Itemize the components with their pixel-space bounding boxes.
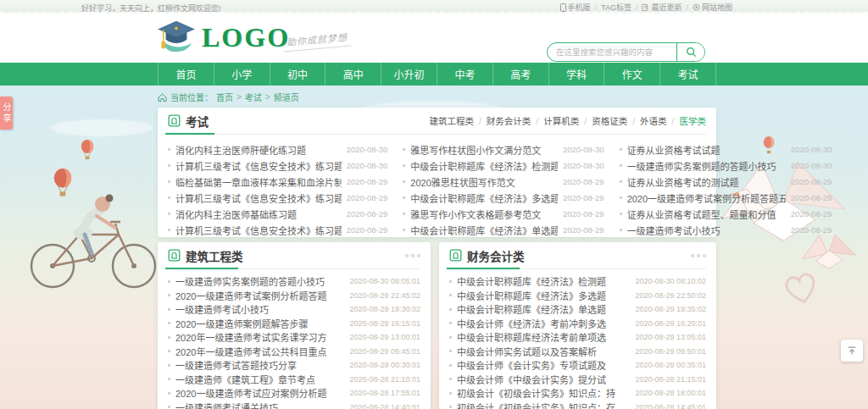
article-link[interactable]: 2020一级建造师案例题解答步骤 bbox=[175, 317, 344, 330]
bullet-dot bbox=[403, 229, 405, 231]
site-logo[interactable]: LOGO bbox=[156, 19, 290, 54]
article-date: 2020-08-29 bbox=[791, 193, 832, 202]
graduation-cap-icon bbox=[156, 19, 197, 54]
article-date: 2020-08-30 bbox=[347, 161, 388, 170]
article-link[interactable]: 计算机三级考试《信息安全技术》练习题与答 bbox=[175, 191, 342, 205]
article-row: 一级建造师实务案例题的答题小技巧 2020-08-30 bbox=[620, 158, 832, 174]
bullet-dot bbox=[168, 336, 170, 339]
more-button[interactable] bbox=[405, 254, 420, 257]
article-link[interactable]: 一级建造师考试答题技巧分享 bbox=[175, 358, 344, 372]
article-link[interactable]: 初级会计《初级会计实务》知识点：存 bbox=[457, 401, 630, 409]
map-pin-icon bbox=[693, 3, 700, 11]
article-link[interactable]: 中级会计职称题库《经济法》检测题 bbox=[457, 274, 630, 288]
search-button[interactable] bbox=[676, 43, 704, 61]
article-datetime: 2020-08-28 14:45:01 bbox=[635, 403, 706, 409]
article-date: 2020-08-29 bbox=[563, 225, 604, 235]
bullet-dot bbox=[168, 322, 170, 324]
article-link[interactable]: 临检基础第一章血液样本采集和血涂片制备试 bbox=[175, 175, 342, 189]
article-link[interactable]: 初级会计《初级会计实务》知识点：持 bbox=[457, 386, 630, 400]
mobile-version-link[interactable]: 手机版 bbox=[560, 2, 591, 13]
bullet-dot bbox=[449, 294, 452, 296]
article-row: 2020年一级建造师考试公共科目重点 2020-08-29 09:45:01 bbox=[168, 345, 420, 359]
article-link[interactable]: 中级会计师《中级会计实务》提分试 bbox=[457, 373, 630, 386]
article-link[interactable]: 证券从业资格考试试题 bbox=[627, 143, 786, 157]
article-link[interactable]: 2020年一级建造师考试实务课学习方 bbox=[175, 330, 344, 344]
nav-item[interactable]: 高考 bbox=[492, 63, 548, 86]
bullet-dot bbox=[168, 392, 170, 395]
tag-link[interactable]: TAG标签 bbox=[601, 2, 632, 13]
search-input[interactable] bbox=[548, 43, 676, 61]
article-link[interactable]: 消化内科主治医师肝硬化练习题 bbox=[175, 143, 342, 157]
article-link[interactable]: 雅思写作柱状图小作文满分范文 bbox=[410, 143, 558, 157]
article-row: 证券从业资格考试题型、题量和分值 2020-08-29 bbox=[620, 206, 832, 222]
nav-item[interactable]: 小升初 bbox=[381, 63, 437, 86]
article-link[interactable]: 一级建造师考试通关技巧 bbox=[175, 401, 344, 409]
article-link[interactable]: 2020雅思柱状图写作范文 bbox=[410, 175, 558, 189]
article-row: 中级会计职称题库《经济法》检测题 2020-08-30 bbox=[403, 158, 604, 174]
bullet-dot bbox=[449, 364, 452, 367]
category-link[interactable]: 医学类 bbox=[680, 114, 707, 127]
breadcrumb-home[interactable]: 首页 bbox=[216, 91, 233, 103]
section-icon bbox=[449, 249, 462, 262]
article-link[interactable]: 中级会计职称题库《经济法》单选题 bbox=[457, 302, 630, 316]
category-link[interactable]: 外语类 bbox=[640, 114, 679, 127]
share-button[interactable]: 分享 bbox=[0, 97, 13, 130]
article-link[interactable]: 消化内科主治医师基础练习题 bbox=[175, 207, 342, 221]
article-date: 2020-08-30 bbox=[347, 145, 388, 154]
main-nav: 首页 小学 初中 高中 小升初 中考 高考 学科 作文 考试 bbox=[0, 63, 868, 86]
article-row: 中级会计师《会计实务》专项试题及 2020-08-29 00:35:01 bbox=[449, 358, 706, 373]
article-date: 2020-08-29 bbox=[563, 193, 604, 202]
article-datetime: 2020-08-28 17:55:01 bbox=[349, 389, 420, 397]
article-link[interactable]: 计算机三级考试《信息安全技术》练习题及答 bbox=[175, 159, 342, 173]
sitemap-link[interactable]: 网站地图 bbox=[693, 2, 732, 13]
article-link[interactable]: 一级建造师考试小技巧 bbox=[627, 224, 786, 237]
recent-updates-link[interactable]: 最近更新 bbox=[642, 2, 682, 13]
article-link[interactable]: 证券从业资格考试题型、题量和分值 bbox=[627, 207, 786, 221]
article-link[interactable]: 中级会计职称题库《经济法》多选题练习 bbox=[410, 191, 558, 205]
category-link[interactable]: 建筑工程类 bbox=[429, 114, 486, 127]
article-link[interactable]: 一级建造师《建筑工程》章节考点 bbox=[175, 373, 344, 386]
article-row: 中级会计师实务试题以及答案解析 2020-08-29 09:50:01 bbox=[449, 345, 706, 359]
article-link[interactable]: 中级会计职称题库经济法考前单项选 bbox=[457, 330, 630, 344]
article-link[interactable]: 一级建造师实务案例题的答题小技巧 bbox=[175, 274, 344, 288]
article-link[interactable]: 2020一级建造师考试案例分析题答题五大要 bbox=[627, 191, 786, 205]
category-link[interactable]: 计算机类 bbox=[543, 114, 592, 127]
finance-card: 财务会计类 中级会计职称题库《经济法》检测题 2020-08-30 08:10:… bbox=[439, 242, 716, 409]
article-link[interactable]: 雅思写作小作文表格题参考范文 bbox=[410, 207, 558, 221]
article-link[interactable]: 一级建造师实务案例题的答题小技巧 bbox=[627, 159, 786, 173]
article-link[interactable]: 证券从业资格考试的测试题 bbox=[627, 175, 786, 189]
article-link[interactable]: 中级会计师《会计实务》专项试题及 bbox=[457, 358, 630, 372]
more-button[interactable] bbox=[691, 254, 706, 257]
nav-item[interactable]: 考试 bbox=[659, 63, 716, 86]
article-date: 2020-08-30 bbox=[563, 161, 604, 170]
article-datetime: 2020-08-29 19:35:02 bbox=[635, 305, 706, 313]
article-link[interactable]: 2020一级建造师考试案例分析题答题 bbox=[175, 289, 344, 302]
article-link[interactable]: 中级会计职称题库《经济法》检测题 bbox=[410, 159, 558, 173]
bullet-dot bbox=[168, 364, 170, 367]
nav-item[interactable]: 作文 bbox=[604, 63, 659, 86]
bullet-dot bbox=[449, 322, 452, 324]
category-link[interactable]: 财务会计类 bbox=[487, 114, 543, 127]
nav-item[interactable]: 高中 bbox=[325, 63, 381, 86]
article-row: 一级建造师考试小技巧 2020-08-29 19:30:02 bbox=[168, 302, 420, 317]
article-datetime: 2020-08-28 21:10:01 bbox=[349, 375, 420, 384]
article-link[interactable]: 中级会计师《经济法》考前冲刺多选 bbox=[457, 317, 630, 330]
article-link[interactable]: 中级会计职称题库《经济法》单选题练习 bbox=[410, 224, 558, 237]
article-link[interactable]: 2020一级建造师考试应对案例分析题 bbox=[175, 386, 344, 400]
category-link[interactable]: 资格证类 bbox=[592, 114, 640, 127]
breadcrumb-section[interactable]: 考试 bbox=[245, 91, 262, 103]
bullet-dot bbox=[403, 213, 405, 215]
back-to-top-button[interactable] bbox=[841, 340, 863, 362]
nav-item[interactable]: 小学 bbox=[214, 63, 270, 86]
article-link[interactable]: 中级会计职称题库《经济法》多选题 bbox=[457, 289, 630, 302]
article-link[interactable]: 计算机三级考试《信息安全技术》练习题含答 bbox=[175, 224, 342, 237]
nav-item[interactable]: 学科 bbox=[548, 63, 604, 86]
nav-item[interactable]: 中考 bbox=[437, 63, 492, 86]
nav-item[interactable]: 首页 bbox=[158, 63, 214, 86]
article-row: 2020年一级建造师考试实务课学习方 2020-08-29 13:00:01 bbox=[168, 330, 420, 345]
article-link[interactable]: 一级建造师考试小技巧 bbox=[175, 302, 344, 316]
article-link[interactable]: 中级会计师实务试题以及答案解析 bbox=[457, 345, 630, 358]
nav-item[interactable]: 初中 bbox=[270, 63, 326, 86]
article-link[interactable]: 2020年一级建造师考试公共科目重点 bbox=[175, 345, 344, 358]
article-row: 临检基础第一章血液样本采集和血涂片制备试 2020-08-29 bbox=[168, 174, 387, 190]
